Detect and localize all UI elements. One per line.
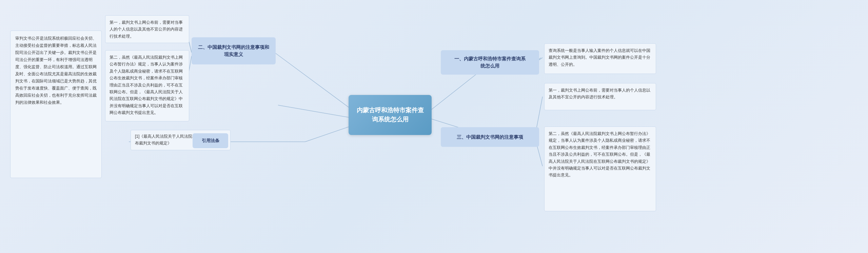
right-section1-content: 查询系统一般是当事人输入案件的个人信息就可以在中国裁判文书网上查询到。中国裁判文… bbox=[544, 43, 656, 74]
mindmap-container: 审判文书公开是法院系统积极回应社会关切、主动接受社会监督的重要举措，标志着人民法… bbox=[0, 0, 868, 253]
right-section1-header: 一、内蒙古呼和浩特市案件查询系 统怎么用 bbox=[441, 50, 539, 75]
left-section-header: 二、中国裁判文书网的注意事项和 现实意义 bbox=[192, 37, 276, 64]
center-node: 内蒙古呼和浩特市案件查 询系统怎么用 bbox=[349, 95, 432, 135]
svg-line-0 bbox=[278, 105, 353, 118]
right-section2-header: 三、中国裁判文书网的注意事项 bbox=[441, 127, 539, 147]
right-section2-content-p1: 第一，裁判文书上网公布前，需要对当事人的个人信息以及其他不宜公开的内容进行技术处… bbox=[544, 83, 656, 110]
svg-line-1 bbox=[275, 53, 353, 110]
right-section2-content-p2: 第二，虽然《最高人民法院裁判文书上网公布暂行办法》规定，当事人认为案件涉及个人隐… bbox=[544, 126, 656, 211]
citation-label: 引用法条 bbox=[193, 133, 228, 148]
svg-line-9 bbox=[305, 125, 353, 142]
left-section2-content: 第二，虽然《最高人民法院裁判文书上网公布暂行办法》规定，当事人认为案件涉及个人隐… bbox=[105, 50, 189, 121]
left-main-content: 审判文书公开是法院系统积极回应社会关切、主动接受社会监督的重要举措，标志着人民法… bbox=[10, 31, 102, 178]
left-section1-content: 第一，裁判文书上网公布前，需要对当事人的个人信息以及其他不宜公开的内容进行技术处… bbox=[105, 15, 189, 43]
